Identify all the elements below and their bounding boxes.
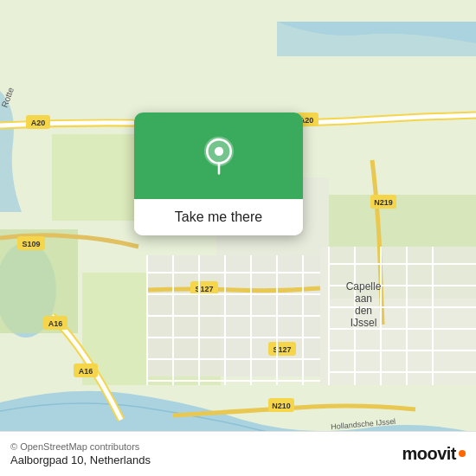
moovit-logo-dot <box>459 450 466 457</box>
svg-rect-9 <box>320 247 476 385</box>
card-map-area <box>134 113 303 199</box>
moovit-logo: moovit <box>402 444 466 464</box>
moovit-logo-text: moovit <box>402 444 456 464</box>
svg-text:S127: S127 <box>195 285 213 293</box>
svg-text:den: den <box>355 305 372 317</box>
svg-text:Capelle: Capelle <box>346 280 382 293</box>
map-background: A20 A20 A16 A16 S109 S127 S127 N219 N210 <box>0 0 476 476</box>
svg-text:aan: aan <box>355 293 372 305</box>
take-me-there-card: Take me there <box>134 113 303 235</box>
map-attribution: © OpenStreetMap contributors <box>10 441 151 452</box>
bottom-bar: © OpenStreetMap contributors Aalborgpad … <box>0 431 476 476</box>
svg-text:S109: S109 <box>22 240 40 248</box>
svg-text:IJssel: IJssel <box>351 317 377 329</box>
map-container: A20 A20 A16 A16 S109 S127 S127 N219 N210 <box>0 0 476 476</box>
svg-text:A20: A20 <box>31 119 46 127</box>
svg-text:N210: N210 <box>272 402 291 410</box>
svg-text:S127: S127 <box>273 345 291 354</box>
svg-text:N219: N219 <box>374 198 393 207</box>
address-label: Aalborgpad 10, Netherlands <box>10 453 151 466</box>
svg-text:A16: A16 <box>79 367 93 376</box>
location-pin-icon <box>198 135 240 177</box>
svg-text:A16: A16 <box>48 319 63 328</box>
take-me-there-button[interactable]: Take me there <box>134 199 303 235</box>
svg-point-60 <box>214 147 222 156</box>
